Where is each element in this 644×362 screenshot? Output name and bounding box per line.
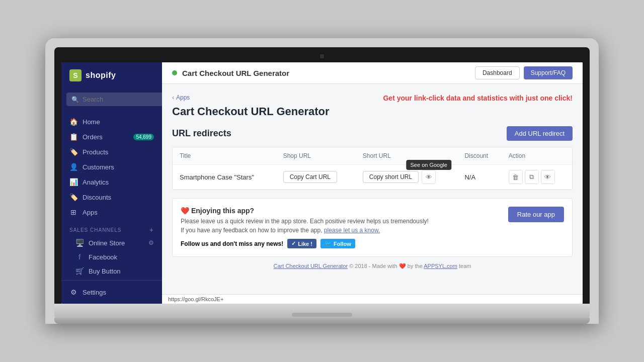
online-store-label: Online Store: [89, 239, 125, 247]
laptop-vent: [292, 313, 352, 317]
rate-app-button[interactable]: Rate our app: [508, 207, 564, 222]
cell-discount: N/A: [457, 165, 501, 190]
sidebar-bottom: ⚙ Settings: [61, 280, 162, 304]
online-store-icon: 🖥️: [75, 239, 84, 247]
add-url-redirect-button[interactable]: Add URL redirect: [507, 126, 573, 141]
admin-layout: S shopify 🔍 🏠 Home: [61, 62, 583, 304]
review-box: ❤️ Enjoying this app? Please leave us a …: [172, 198, 573, 257]
section-header: URL redirects Add URL redirect: [172, 126, 573, 141]
cell-short-url: Copy short URL 👁 See on Google: [356, 165, 458, 190]
sidebar-label-customers: Customers: [83, 163, 114, 171]
footer-team: team: [459, 263, 471, 269]
footer-copyright: © 2018 - Made with: [349, 263, 397, 269]
sidebar-label-apps: Apps: [83, 209, 98, 216]
laptop-foot-bar: [54, 318, 590, 324]
sidebar-item-analytics[interactable]: 📊 Analytics: [61, 174, 162, 190]
customers-icon: 👤: [69, 163, 77, 171]
app-title-row: Cart Checkout URL Generator: [172, 69, 289, 77]
review-left: ❤️ Enjoying this app? Please leave us a …: [181, 207, 500, 248]
breadcrumb: ‹ Apps: [172, 94, 330, 101]
sidebar-logo-text: shopify: [86, 71, 116, 80]
review-text-2: If you have any feedback on how to impro…: [181, 227, 500, 234]
laptop-frame: S shopify 🔍 🏠 Home: [45, 38, 599, 324]
discounts-icon: 🏷️: [69, 193, 77, 201]
dashboard-button[interactable]: Dashboard: [475, 66, 520, 79]
short-url-cell: Copy short URL 👁 See on Google: [363, 170, 451, 184]
search-wrap: 🔍: [66, 93, 173, 106]
see-on-google-wrap: 👁 See on Google: [422, 170, 436, 184]
sidebar-item-settings[interactable]: ⚙ Settings: [61, 285, 162, 300]
analytics-icon: 📊: [69, 178, 77, 186]
follow-label: Follow us and don't miss any news!: [181, 240, 283, 247]
sidebar-label-home: Home: [83, 118, 100, 126]
page-title: Cart Checkout URL Generator: [172, 105, 330, 118]
products-icon: 🏷️: [69, 148, 77, 156]
url-redirects-table-wrap: Title Shop URL Short URL Discount Action: [172, 147, 573, 190]
cell-title: Smartphone Case "Stars": [173, 165, 276, 190]
tooltip-see-on-google: See on Google: [407, 160, 451, 170]
app-content-area: ‹ Apps Cart Checkout URL Generator Get y…: [162, 84, 583, 294]
main-content: Cart Checkout URL Generator Dashboard Su…: [162, 62, 583, 304]
section-title: URL redirects: [172, 128, 231, 139]
topbar-buttons: Dashboard Support/FAQ: [475, 66, 573, 79]
copy-short-url-button[interactable]: Copy short URL: [363, 171, 419, 183]
sidebar-label-discounts: Discounts: [83, 194, 111, 201]
cell-shop-url: Copy Cart URL: [276, 165, 356, 190]
breadcrumb-parent[interactable]: Apps: [176, 94, 190, 101]
sidebar-label-orders: Orders: [83, 133, 103, 141]
sidebar-item-apps[interactable]: ⊞ Apps: [61, 205, 162, 220]
status-bar: https://goo.gl/RkcoJE+: [162, 294, 583, 304]
appsyl-link[interactable]: APPSYL.com: [424, 263, 457, 269]
facebook-like-button[interactable]: ✓ Like !: [287, 239, 316, 248]
sidebar-label-products: Products: [83, 148, 108, 156]
social-row: Follow us and don't miss any news! ✓ Lik…: [181, 239, 500, 248]
buy-button-label: Buy Button: [89, 267, 121, 275]
twitter-icon: 🐦: [325, 240, 332, 247]
delete-button[interactable]: 🗑: [509, 170, 523, 184]
sidebar-item-products[interactable]: 🏷️ Products: [61, 144, 162, 159]
sidebar-header: S shopify: [61, 62, 162, 88]
promo-text: Get your link-click data and statistics …: [383, 94, 573, 102]
sidebar-item-discounts[interactable]: 🏷️ Discounts: [61, 190, 162, 205]
action-cell: 🗑 ⧉ 👁: [509, 170, 565, 184]
copy-button[interactable]: ⧉: [525, 170, 539, 184]
sidebar-item-facebook[interactable]: f Facebook: [61, 250, 162, 264]
see-on-google-button[interactable]: 👁: [422, 170, 436, 184]
table-row: Smartphone Case "Stars" Copy Cart URL Co…: [173, 165, 572, 190]
settings-icon: ⚙: [69, 288, 77, 296]
let-us-know-link[interactable]: please let us a know.: [324, 227, 380, 234]
sidebar-item-online-store[interactable]: 🖥️ Online Store ⚙: [61, 236, 162, 250]
facebook-icon: f: [75, 253, 84, 261]
app-topbar: Cart Checkout URL Generator Dashboard Su…: [162, 62, 583, 84]
app-title: Cart Checkout URL Generator: [182, 69, 289, 77]
add-channel-icon[interactable]: +: [149, 226, 154, 234]
sales-channels-section: SALES CHANNELS +: [61, 220, 162, 236]
settings-label: Settings: [83, 289, 106, 296]
col-shop-url: Shop URL: [276, 147, 356, 165]
buy-button-icon: 🛒: [75, 267, 84, 275]
screen: S shopify 🔍 🏠 Home: [61, 62, 583, 304]
sidebar-item-home[interactable]: 🏠 Home: [61, 114, 162, 129]
footer-app-link[interactable]: Cart Checkout URL Generator: [274, 263, 348, 269]
status-dot: [172, 70, 177, 75]
table-header-row: Title Shop URL Short URL Discount Action: [173, 147, 572, 165]
sidebar: S shopify 🔍 🏠 Home: [61, 62, 162, 304]
sidebar-item-buy-button[interactable]: 🛒 Buy Button: [61, 264, 162, 278]
facebook-label: Facebook: [89, 253, 117, 261]
copy-cart-url-button[interactable]: Copy Cart URL: [283, 171, 337, 183]
support-faq-button[interactable]: Support/FAQ: [524, 66, 573, 79]
sidebar-label-analytics: Analytics: [83, 178, 109, 186]
search-input[interactable]: [66, 93, 173, 106]
cell-action: 🗑 ⧉ 👁: [502, 165, 572, 190]
twitter-follow-button[interactable]: 🐦 Follow: [320, 239, 355, 248]
apps-icon: ⊞: [69, 208, 77, 216]
sidebar-item-customers[interactable]: 👤 Customers: [61, 159, 162, 174]
col-discount: Discount: [457, 147, 501, 165]
sidebar-item-orders[interactable]: 📋 Orders 54,699: [61, 129, 162, 144]
online-store-settings-icon: ⚙: [148, 239, 154, 246]
status-url: https://goo.gl/RkcoJE+: [168, 296, 223, 302]
shopify-icon: S: [69, 69, 82, 81]
url-redirects-table: Title Shop URL Short URL Discount Action: [173, 147, 572, 190]
preview-button[interactable]: 👁: [541, 170, 555, 184]
topbar: 🔍: [61, 88, 162, 110]
